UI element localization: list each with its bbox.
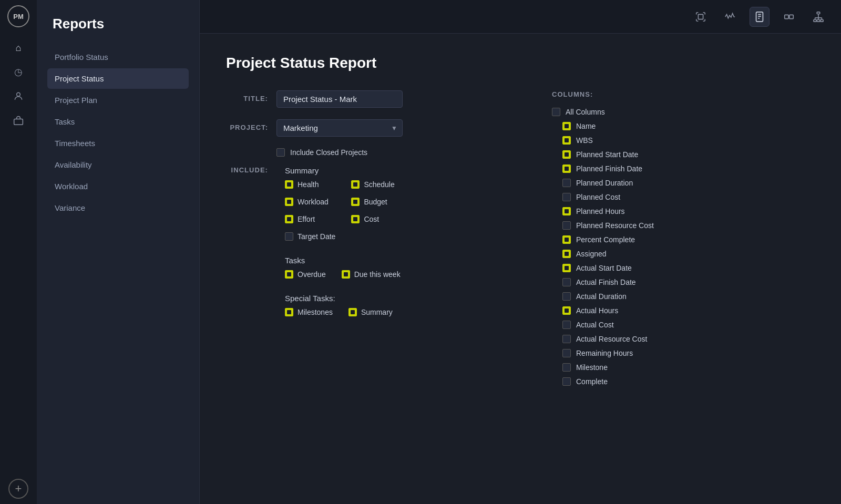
col-actual-start-date[interactable]: Actual Start Date (562, 264, 699, 272)
col-planned-duration[interactable]: Planned Duration (562, 179, 699, 187)
col-actual-duration[interactable]: Actual Duration (562, 292, 699, 301)
col-planned-finish-date-label: Planned Finish Date (576, 164, 642, 173)
clock-icon[interactable]: ◷ (7, 61, 29, 83)
target-date-checkbox[interactable] (285, 232, 293, 241)
scan-icon[interactable] (691, 7, 711, 27)
cb-workload[interactable]: Workload (285, 198, 335, 206)
cb-milestones[interactable]: Milestones (285, 308, 333, 316)
overdue-checkbox[interactable] (285, 270, 293, 279)
col-complete-checkbox[interactable] (562, 377, 571, 386)
cb-cost[interactable]: Cost (351, 215, 402, 223)
col-milestone[interactable]: Milestone (562, 363, 699, 372)
col-planned-start-date-checkbox[interactable] (562, 150, 571, 159)
col-actual-cost-checkbox[interactable] (562, 321, 571, 329)
cb-health[interactable]: Health (285, 180, 335, 189)
briefcase-icon[interactable] (7, 109, 29, 131)
sidebar-item-workload[interactable]: Workload (47, 176, 189, 197)
svg-rect-8 (789, 15, 793, 18)
col-percent-complete-label: Percent Complete (576, 235, 635, 244)
all-columns-checkbox[interactable] (552, 108, 560, 116)
col-planned-start-date[interactable]: Planned Start Date (562, 150, 699, 159)
cb-overdue[interactable]: Overdue (285, 270, 326, 279)
col-percent-complete-checkbox[interactable] (562, 235, 571, 244)
col-remaining-hours[interactable]: Remaining Hours (562, 349, 699, 357)
title-input[interactable] (276, 90, 403, 108)
col-planned-cost-checkbox[interactable] (562, 193, 571, 201)
form-left: TITLE: PROJECT: Marketing ▼ (226, 90, 520, 392)
budget-checkbox[interactable] (351, 198, 360, 206)
col-planned-cost[interactable]: Planned Cost (562, 193, 699, 201)
col-actual-hours-checkbox[interactable] (562, 306, 571, 315)
project-select-wrap: Marketing ▼ (276, 119, 403, 137)
col-planned-resource-cost-checkbox[interactable] (562, 221, 571, 230)
col-assigned-checkbox[interactable] (562, 250, 571, 258)
sidebar-item-project-plan[interactable]: Project Plan (47, 90, 189, 110)
col-actual-hours[interactable]: Actual Hours (562, 306, 699, 315)
col-actual-start-date-checkbox[interactable] (562, 264, 571, 272)
col-planned-duration-checkbox[interactable] (562, 179, 571, 187)
sidebar-item-timesheets[interactable]: Timesheets (47, 133, 189, 153)
col-planned-resource-cost-label: Planned Resource Cost (576, 221, 654, 230)
col-actual-resource-cost[interactable]: Actual Resource Cost (562, 335, 699, 343)
milestones-checkbox[interactable] (285, 308, 293, 316)
app-logo[interactable]: PM (7, 5, 29, 27)
link-icon[interactable] (779, 7, 799, 27)
sidebar-item-availability[interactable]: Availability (47, 155, 189, 175)
add-button[interactable]: + (8, 479, 28, 499)
sidebar-item-tasks[interactable]: Tasks (47, 111, 189, 132)
col-planned-finish-date-checkbox[interactable] (562, 164, 571, 173)
all-columns-label: All Columns (566, 108, 605, 116)
form-layout: TITLE: PROJECT: Marketing ▼ (226, 90, 815, 392)
col-planned-hours[interactable]: Planned Hours (562, 207, 699, 215)
waveform-icon[interactable] (720, 7, 740, 27)
sidebar-item-portfolio-status[interactable]: Portfolio Status (47, 47, 189, 67)
include-closed-row[interactable]: Include Closed Projects (276, 148, 520, 157)
col-assigned[interactable]: Assigned (562, 250, 699, 258)
report-icon[interactable] (750, 7, 770, 27)
health-checkbox[interactable] (285, 180, 293, 189)
col-actual-finish-date-checkbox[interactable] (562, 278, 571, 286)
col-planned-finish-date[interactable]: Planned Finish Date (562, 164, 699, 173)
due-this-week-checkbox[interactable] (342, 270, 350, 279)
summary-title: Summary (285, 166, 402, 175)
toolbar (200, 0, 841, 34)
cb-effort[interactable]: Effort (285, 215, 335, 223)
col-actual-resource-cost-checkbox[interactable] (562, 335, 571, 343)
project-select[interactable]: Marketing (276, 119, 403, 137)
workload-checkbox[interactable] (285, 198, 293, 206)
col-name-checkbox[interactable] (562, 122, 571, 130)
summary-special-checkbox[interactable] (348, 308, 357, 316)
cb-target-date[interactable]: Target Date (285, 232, 335, 241)
col-milestone-checkbox[interactable] (562, 363, 571, 372)
home-icon[interactable]: ⌂ (7, 37, 29, 59)
col-wbs[interactable]: WBS (562, 136, 699, 145)
col-planned-resource-cost[interactable]: Planned Resource Cost (562, 221, 699, 230)
cost-checkbox[interactable] (351, 215, 360, 223)
sidebar-item-variance[interactable]: Variance (47, 198, 189, 218)
col-wbs-checkbox[interactable] (562, 136, 571, 145)
tasks-block: Tasks Overdue Due this week (285, 256, 402, 283)
effort-checkbox[interactable] (285, 215, 293, 223)
col-percent-complete[interactable]: Percent Complete (562, 235, 699, 244)
people-icon[interactable] (7, 85, 29, 107)
sidebar-item-project-status[interactable]: Project Status (47, 68, 189, 89)
include-closed-checkbox[interactable] (276, 148, 285, 157)
cb-due-this-week[interactable]: Due this week (342, 270, 401, 279)
col-assigned-label: Assigned (576, 250, 607, 258)
col-remaining-hours-checkbox[interactable] (562, 349, 571, 357)
col-complete[interactable]: Complete (562, 377, 699, 386)
cb-budget[interactable]: Budget (351, 198, 402, 206)
target-date-label: Target Date (298, 232, 335, 241)
col-name[interactable]: Name (562, 122, 699, 130)
columns-label: COLUMNS: (552, 90, 699, 98)
col-actual-duration-checkbox[interactable] (562, 292, 571, 301)
project-group: PROJECT: Marketing ▼ (226, 119, 520, 137)
hierarchy-icon[interactable] (808, 7, 828, 27)
col-all-columns[interactable]: All Columns (552, 108, 699, 116)
cb-summary-special[interactable]: Summary (348, 308, 393, 316)
col-actual-finish-date[interactable]: Actual Finish Date (562, 278, 699, 286)
cb-schedule[interactable]: Schedule (351, 180, 402, 189)
schedule-checkbox[interactable] (351, 180, 360, 189)
col-planned-hours-checkbox[interactable] (562, 207, 571, 215)
col-actual-cost[interactable]: Actual Cost (562, 321, 699, 329)
